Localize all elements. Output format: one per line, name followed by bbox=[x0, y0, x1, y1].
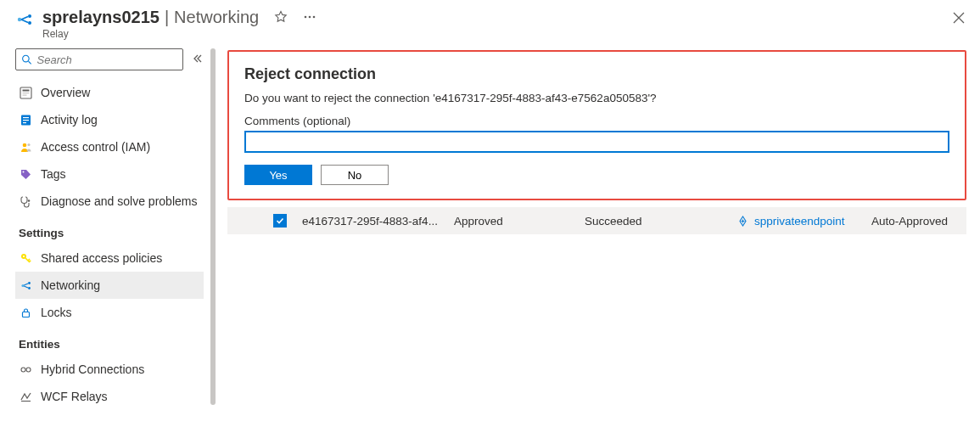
access-control-icon bbox=[19, 141, 32, 154]
svg-point-16 bbox=[27, 143, 30, 145]
dialog-message: Do you want to reject the connection 'e4… bbox=[244, 92, 949, 104]
sidebar-item-label: Activity log bbox=[41, 113, 98, 126]
svg-point-20 bbox=[22, 255, 24, 256]
sidebar-item-activity-log[interactable]: Activity log bbox=[15, 106, 204, 133]
svg-rect-9 bbox=[22, 93, 29, 93]
page-section: Networking bbox=[174, 8, 259, 27]
sidebar-item-label: Diagnose and solve problems bbox=[41, 194, 197, 208]
sidebar-item-label: Overview bbox=[41, 86, 90, 99]
svg-point-23 bbox=[28, 287, 31, 289]
sidebar-item-access-control[interactable]: Access control (IAM) bbox=[15, 133, 204, 160]
svg-point-1 bbox=[28, 14, 31, 18]
svg-point-4 bbox=[309, 16, 311, 19]
svg-point-15 bbox=[22, 143, 26, 147]
comments-label: Comments (optional) bbox=[244, 115, 949, 127]
dialog-title: Reject connection bbox=[244, 65, 949, 83]
lock-icon bbox=[19, 306, 32, 319]
main-content: Reject connection Do you want to reject … bbox=[216, 43, 980, 427]
sidebar-item-label: Locks bbox=[41, 306, 72, 319]
connection-row[interactable]: e4167317-295f-4883-af4... Approved Succe… bbox=[227, 207, 966, 234]
diagnose-icon bbox=[19, 195, 32, 208]
hybrid-icon bbox=[19, 363, 32, 376]
svg-point-0 bbox=[18, 18, 21, 21]
resource-type-label: Relay bbox=[42, 28, 953, 40]
more-menu-icon[interactable] bbox=[303, 8, 316, 28]
sidebar-item-overview[interactable]: Overview bbox=[15, 79, 204, 106]
svg-rect-8 bbox=[22, 89, 29, 91]
svg-rect-10 bbox=[22, 94, 26, 95]
sidebar-item-locks[interactable]: Locks bbox=[15, 299, 204, 326]
sidebar-item-label: Access control (IAM) bbox=[41, 140, 150, 154]
connection-state-cell: Approved bbox=[454, 215, 581, 228]
svg-point-2 bbox=[28, 21, 31, 25]
description-cell: Auto-Approved bbox=[871, 215, 960, 228]
sidebar: Overview Activity log Access control (IA… bbox=[0, 43, 216, 427]
page-header: sprelayns0215 | Networking Relay bbox=[0, 0, 980, 43]
collapse-sidebar-icon[interactable] bbox=[192, 53, 202, 66]
sidebar-item-label: WCF Relays bbox=[41, 390, 108, 403]
resource-name: sprelayns0215 bbox=[42, 8, 160, 27]
private-endpoint-link: spprivateendpoint bbox=[754, 215, 845, 228]
sidebar-item-diagnose[interactable]: Diagnose and solve problems bbox=[15, 188, 204, 215]
reject-connection-dialog: Reject connection Do you want to reject … bbox=[227, 50, 966, 200]
private-endpoint-icon bbox=[736, 215, 749, 228]
svg-point-6 bbox=[23, 55, 30, 62]
tag-icon bbox=[19, 168, 32, 181]
wcf-relay-icon bbox=[19, 390, 32, 403]
sidebar-item-label: Shared access policies bbox=[41, 251, 162, 265]
svg-point-26 bbox=[26, 368, 31, 372]
sidebar-item-wcf-relays[interactable]: WCF Relays bbox=[15, 383, 204, 410]
provisioning-state-cell: Succeeded bbox=[585, 215, 733, 228]
page-title: sprelayns0215 | Networking bbox=[42, 7, 953, 28]
search-input[interactable] bbox=[37, 53, 177, 66]
sidebar-item-tags[interactable]: Tags bbox=[15, 160, 204, 188]
svg-point-3 bbox=[305, 16, 307, 19]
no-button[interactable]: No bbox=[321, 165, 389, 185]
svg-point-25 bbox=[21, 368, 25, 372]
close-blade-icon[interactable] bbox=[953, 12, 965, 27]
key-icon bbox=[19, 252, 32, 265]
yes-button[interactable]: Yes bbox=[244, 165, 312, 185]
search-icon bbox=[21, 53, 32, 65]
favorite-star-icon[interactable] bbox=[274, 8, 288, 28]
sidebar-item-networking[interactable]: Networking bbox=[15, 272, 204, 299]
svg-point-22 bbox=[28, 282, 31, 284]
svg-point-21 bbox=[21, 284, 24, 286]
network-icon bbox=[19, 279, 32, 292]
private-endpoint-cell[interactable]: spprivateendpoint bbox=[736, 215, 868, 228]
svg-point-18 bbox=[27, 199, 30, 202]
sidebar-search[interactable] bbox=[15, 48, 183, 70]
connection-id-cell: e4167317-295f-4883-af4... bbox=[302, 215, 451, 228]
svg-rect-13 bbox=[23, 120, 29, 121]
svg-rect-14 bbox=[23, 122, 26, 123]
sidebar-item-label: Hybrid Connections bbox=[41, 362, 144, 376]
svg-rect-24 bbox=[22, 312, 29, 317]
sidebar-item-label: Tags bbox=[41, 167, 66, 181]
sidebar-item-hybrid-connections[interactable]: Hybrid Connections bbox=[15, 356, 204, 383]
comments-input[interactable] bbox=[244, 131, 949, 153]
sidebar-section-settings: Settings bbox=[15, 215, 216, 244]
checkbox-checked-icon bbox=[273, 214, 287, 228]
sidebar-item-label: Networking bbox=[41, 278, 100, 292]
overview-icon bbox=[19, 87, 32, 99]
activity-log-icon bbox=[19, 114, 32, 126]
svg-point-17 bbox=[22, 171, 24, 172]
svg-point-5 bbox=[313, 16, 316, 19]
sidebar-item-shared-access[interactable]: Shared access policies bbox=[15, 244, 204, 272]
relay-resource-icon bbox=[15, 10, 34, 31]
sidebar-section-entities: Entities bbox=[15, 326, 216, 356]
row-checkbox[interactable] bbox=[273, 214, 299, 228]
svg-rect-12 bbox=[23, 117, 29, 118]
